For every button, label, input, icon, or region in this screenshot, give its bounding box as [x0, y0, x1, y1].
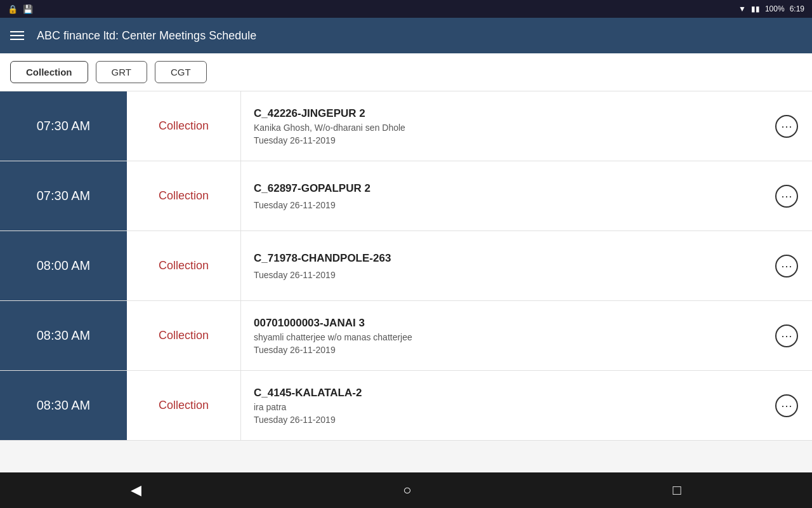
type-value: Collection	[159, 329, 209, 342]
back-button[interactable]: ◀	[115, 477, 157, 504]
status-bar-left: 🔒 💾	[8, 4, 33, 14]
info-code: C_62897-GOPALPUR 2	[254, 182, 749, 195]
type-value: Collection	[159, 399, 209, 412]
type-block: Collection	[127, 161, 241, 231]
time-value: 08:00 AM	[37, 258, 91, 273]
info-code: C_71978-CHANDPOLE-263	[254, 252, 749, 265]
info-date: Tuesday 26-11-2019	[254, 270, 749, 280]
time-value: 08:30 AM	[37, 398, 91, 413]
list-item: 08:30 AM Collection 00701000003-JANAI 3 …	[0, 301, 812, 371]
more-options-button[interactable]: ⋯	[775, 324, 798, 347]
action-block: ⋯	[761, 161, 812, 231]
info-code: C_4145-KALATALA-2	[254, 387, 749, 399]
tab-bar: Collection GRT CGT	[0, 53, 812, 91]
time-display: 6:19	[790, 4, 804, 13]
time-block: 08:30 AM	[0, 301, 127, 370]
info-code: C_42226-JINGEPUR 2	[254, 107, 749, 120]
app-bar: ABC finance ltd: Center Meetings Schedul…	[0, 18, 812, 53]
signal-icon: ▮▮	[751, 4, 760, 13]
info-block: 00701000003-JANAI 3 shyamli chatterjee w…	[241, 301, 761, 370]
battery-level: 100%	[765, 4, 785, 13]
action-block: ⋯	[761, 91, 812, 161]
status-bar: 🔒 💾 ▼ ▮▮ 100% 6:19	[0, 0, 812, 18]
time-block: 08:30 AM	[0, 371, 127, 440]
time-block: 08:00 AM	[0, 231, 127, 300]
info-block: C_4145-KALATALA-2 ira patra Tuesday 26-1…	[241, 371, 761, 440]
type-value: Collection	[159, 259, 209, 272]
bottom-nav: ◀ ○ □	[0, 472, 812, 508]
list-item: 08:30 AM Collection C_4145-KALATALA-2 ir…	[0, 371, 812, 441]
more-options-button[interactable]: ⋯	[775, 394, 798, 417]
tab-grt[interactable]: GRT	[96, 61, 147, 83]
info-date: Tuesday 26-11-2019	[254, 345, 749, 355]
lock-icon: 🔒	[8, 4, 18, 14]
status-bar-right: ▼ ▮▮ 100% 6:19	[738, 4, 804, 13]
wifi-icon: ▼	[738, 4, 746, 13]
type-value: Collection	[159, 189, 209, 203]
info-code: 00701000003-JANAI 3	[254, 317, 749, 330]
info-name: shyamli chatterjee w/o manas chatterjee	[254, 332, 749, 342]
list-item: 07:30 AM Collection C_42226-JINGEPUR 2 K…	[0, 91, 812, 161]
info-block: C_42226-JINGEPUR 2 Kanika Ghosh, W/o-dha…	[241, 91, 761, 161]
info-block: C_62897-GOPALPUR 2 Tuesday 26-11-2019	[241, 161, 761, 231]
action-block: ⋯	[761, 231, 812, 300]
type-block: Collection	[127, 231, 241, 300]
list-item: 07:30 AM Collection C_62897-GOPALPUR 2 T…	[0, 161, 812, 231]
more-options-button[interactable]: ⋯	[775, 255, 798, 277]
type-block: Collection	[127, 91, 241, 161]
more-options-button[interactable]: ⋯	[775, 115, 798, 138]
action-block: ⋯	[761, 301, 812, 370]
time-value: 07:30 AM	[37, 189, 91, 203]
time-value: 07:30 AM	[37, 119, 91, 133]
tab-collection[interactable]: Collection	[10, 61, 88, 83]
info-date: Tuesday 26-11-2019	[254, 135, 749, 145]
info-name: Kanika Ghosh, W/o-dharani sen Dhole	[254, 123, 749, 133]
home-button[interactable]: ○	[388, 477, 426, 504]
menu-button[interactable]	[10, 31, 24, 40]
type-block: Collection	[127, 301, 241, 370]
time-value: 08:30 AM	[37, 328, 91, 343]
more-options-button[interactable]: ⋯	[775, 185, 798, 208]
type-block: Collection	[127, 371, 241, 440]
list-item: 08:00 AM Collection C_71978-CHANDPOLE-26…	[0, 231, 812, 301]
info-block: C_71978-CHANDPOLE-263 Tuesday 26-11-2019	[241, 231, 761, 300]
meetings-list: 07:30 AM Collection C_42226-JINGEPUR 2 K…	[0, 91, 812, 472]
info-date: Tuesday 26-11-2019	[254, 200, 749, 210]
unknown-icon: 💾	[23, 4, 33, 14]
time-block: 07:30 AM	[0, 161, 127, 231]
app-title: ABC finance ltd: Center Meetings Schedul…	[37, 29, 256, 43]
tab-cgt[interactable]: CGT	[155, 61, 207, 83]
action-block: ⋯	[761, 371, 812, 440]
info-date: Tuesday 26-11-2019	[254, 415, 749, 425]
type-value: Collection	[159, 119, 209, 133]
time-block: 07:30 AM	[0, 91, 127, 161]
info-name: ira patra	[254, 402, 749, 412]
recent-button[interactable]: □	[658, 477, 697, 504]
